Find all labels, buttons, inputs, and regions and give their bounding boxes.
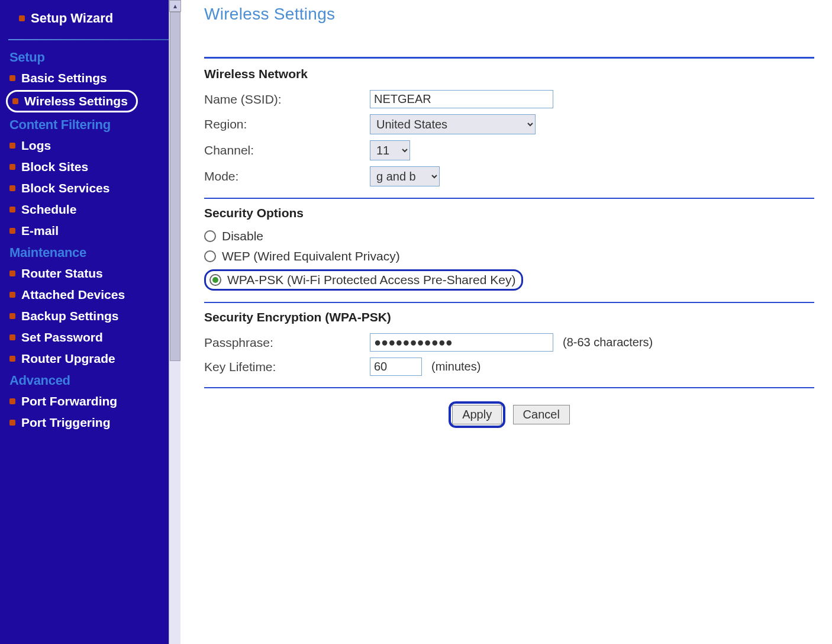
bullet-icon (9, 207, 15, 212)
section-label-maintenance: Maintenance (5, 242, 180, 263)
divider (8, 39, 170, 40)
nav-label: Backup Settings (21, 309, 119, 323)
radio-label-wep: WEP (Wired Equivalent Privacy) (222, 249, 400, 263)
unit-key-lifetime: (minutes) (422, 360, 481, 373)
ssid-input[interactable] (370, 90, 553, 108)
sidebar-item-wireless-settings[interactable]: Wireless Settings (6, 90, 138, 112)
bullet-icon (9, 356, 15, 362)
bullet-icon (9, 292, 15, 298)
nav-label: Logs (21, 139, 51, 153)
radio-wpa-psk[interactable] (209, 274, 221, 286)
divider (204, 198, 814, 199)
nav-label: Schedule (21, 202, 76, 217)
sidebar-item-logs[interactable]: Logs (5, 135, 180, 156)
heading-wireless-network: Wireless Network (204, 65, 814, 87)
bullet-icon (9, 420, 15, 426)
bullet-icon (9, 271, 15, 276)
sidebar-item-basic-settings[interactable]: Basic Settings (5, 67, 180, 89)
nav-label: Setup Wizard (31, 11, 113, 26)
bullet-icon (9, 75, 15, 81)
highlight-wpa-psk: WPA-PSK (Wi-Fi Protected Access Pre-Shar… (204, 269, 523, 291)
nav-label: Attached Devices (21, 288, 125, 302)
divider (204, 387, 814, 388)
radio-label-disable: Disable (222, 229, 263, 243)
nav-label: Router Status (21, 266, 103, 281)
bullet-icon (9, 185, 15, 191)
label-mode: Mode: (204, 169, 370, 183)
divider (204, 57, 814, 59)
bullet-icon (12, 98, 18, 104)
sidebar-item-port-triggering[interactable]: Port Triggering (5, 412, 180, 433)
sidebar-item-set-password[interactable]: Set Password (5, 327, 180, 348)
sidebar-item-setup-wizard[interactable]: Setup Wizard (5, 5, 180, 34)
nav-label: E-mail (21, 224, 59, 238)
sidebar-item-router-upgrade[interactable]: Router Upgrade (5, 348, 180, 369)
section-label-setup: Setup (5, 46, 180, 67)
nav-label: Port Forwarding (21, 394, 117, 408)
sidebar-item-block-sites[interactable]: Block Sites (5, 156, 180, 178)
nav-label: Router Upgrade (21, 352, 115, 366)
hint-passphrase: (8-63 characters) (553, 336, 653, 349)
button-row: Apply Cancel (204, 393, 814, 428)
sidebar-item-block-services[interactable]: Block Services (5, 178, 180, 199)
scroll-up-icon[interactable]: ▴ (169, 0, 181, 12)
label-passphrase: Passphrase: (204, 336, 370, 350)
passphrase-input[interactable] (370, 333, 553, 352)
scroll-thumb[interactable] (170, 12, 180, 361)
nav-label: Basic Settings (21, 71, 107, 85)
nav-label: Port Triggering (21, 416, 111, 430)
bullet-icon (9, 313, 15, 319)
mode-select[interactable]: g and b (370, 166, 440, 186)
divider (204, 302, 814, 303)
highlight-apply: Apply (449, 401, 505, 428)
nav-label: Block Sites (21, 160, 88, 174)
radio-wep[interactable] (204, 250, 216, 262)
bullet-icon (9, 398, 15, 404)
bullet-icon (9, 228, 15, 234)
channel-select[interactable]: 11 (370, 140, 410, 160)
radio-label-wpa-psk: WPA-PSK (Wi-Fi Protected Access Pre-Shar… (227, 273, 515, 287)
label-channel: Channel: (204, 143, 370, 157)
region-select[interactable]: United States (370, 114, 536, 134)
section-label-advanced: Advanced (5, 369, 180, 391)
heading-security-encryption: Security Encryption (WPA-PSK) (204, 308, 814, 330)
main-panel: Wireless Settings Wireless Network Name … (180, 0, 832, 644)
label-ssid: Name (SSID): (204, 92, 370, 107)
scrollbar[interactable]: ▴ (169, 0, 180, 644)
section-label-content-filtering: Content Filtering (5, 114, 180, 135)
sidebar-item-email[interactable]: E-mail (5, 220, 180, 242)
sidebar-item-router-status[interactable]: Router Status (5, 263, 180, 284)
sidebar-item-attached-devices[interactable]: Attached Devices (5, 284, 180, 305)
bullet-icon (19, 15, 25, 21)
cancel-button[interactable]: Cancel (513, 405, 570, 424)
nav-label: Wireless Settings (24, 94, 128, 108)
label-key-lifetime: Key Lifetime: (204, 360, 370, 374)
heading-security-options: Security Options (204, 204, 814, 226)
sidebar: Setup Wizard Setup Basic Settings Wirele… (0, 0, 180, 644)
bullet-icon (9, 143, 15, 149)
nav-label: Block Services (21, 181, 109, 195)
bullet-icon (9, 164, 15, 170)
page-title: Wireless Settings (204, 5, 814, 57)
bullet-icon (9, 334, 15, 340)
radio-disable[interactable] (204, 230, 216, 242)
label-region: Region: (204, 117, 370, 131)
sidebar-item-port-forwarding[interactable]: Port Forwarding (5, 391, 180, 412)
key-lifetime-input[interactable] (370, 358, 422, 376)
nav-label: Set Password (21, 330, 103, 344)
apply-button[interactable]: Apply (452, 405, 502, 424)
sidebar-item-backup-settings[interactable]: Backup Settings (5, 305, 180, 327)
sidebar-item-schedule[interactable]: Schedule (5, 199, 180, 220)
